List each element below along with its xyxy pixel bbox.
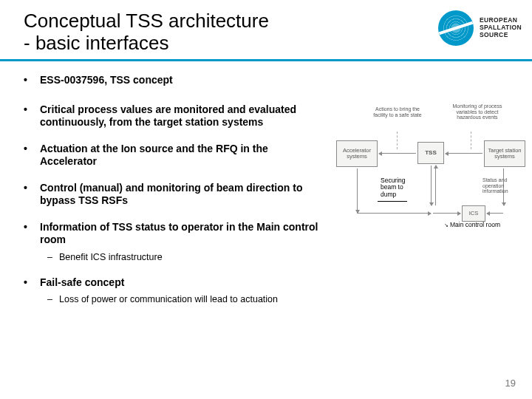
bullet-6-text: Fail-safe concept: [40, 276, 124, 288]
arrow-tss-ics-down: [431, 166, 432, 205]
label-actions: Actions to bring the facility to a safe …: [372, 106, 423, 117]
label-monitor: Monitoring of process variables to detec…: [444, 103, 511, 120]
bullet-3-text: Actuation at the Ion source and the RFQ …: [40, 143, 268, 168]
ess-logo-text: EUROPEAN SPALLATION SOURCE: [480, 17, 522, 38]
bullet-1: ESS-0037596, TSS concept: [24, 74, 327, 87]
annotation-mcr: ↘ Main control room: [444, 222, 511, 228]
bullet-5-sub: Benefit ICS infrastructure: [40, 251, 327, 263]
arrow-accel-across: [357, 213, 431, 214]
box-target: Target station systems: [484, 140, 525, 167]
arrow-target-to-ics: [487, 213, 503, 214]
bullet-5-sub-1-text: Benefit ICS infrastructure: [59, 252, 163, 262]
bullet-1-text: ESS-0037596, TSS concept: [40, 74, 173, 86]
bullet-3: Actuation at the Ion source and the RFQ …: [24, 143, 327, 168]
bullet-4: Control (manual) and monitoring of beam …: [24, 182, 327, 208]
bullet-5-text: Information of TSS status to operator in…: [40, 221, 318, 246]
bullet-list: ESS-0037596, TSS concept Critical proces…: [24, 74, 327, 306]
box-tss-label: TSS: [425, 150, 437, 157]
arrow-to-ics: [433, 213, 460, 214]
box-ics-label: ICS: [469, 211, 479, 216]
annotation-securing-beam: Securing beam to dump: [381, 177, 417, 198]
logo-text-l3: SOURCE: [480, 32, 522, 39]
architecture-diagram: Accelerator systems TSS Target station s…: [336, 103, 525, 281]
slide: Conceptual TSS architecture - basic inte…: [0, 0, 532, 399]
annotation-secure-line: [378, 201, 407, 202]
body-text: ESS-0037596, TSS concept Critical proces…: [24, 74, 327, 319]
label-status: Status and operation information: [482, 177, 525, 194]
box-tss: TSS: [417, 142, 444, 164]
bullet-5: Information of TSS status to operator in…: [24, 221, 327, 263]
bullet-2: Critical process values are monitored an…: [24, 103, 327, 129]
annotation-securing-beam-text: Securing beam to dump: [381, 177, 406, 198]
page-number: 19: [505, 378, 516, 389]
ess-logo-icon: [438, 10, 474, 46]
label-connector-2: [471, 132, 471, 149]
arrow-tss-ics-up: [435, 166, 436, 205]
bullet-4-text: Control (manual) and monitoring of beam …: [40, 182, 302, 207]
label-connector-1: [397, 132, 398, 149]
header: Conceptual TSS architecture - basic inte…: [0, 0, 532, 58]
bullet-6: Fail-safe concept Loss of power or commu…: [24, 276, 327, 306]
ess-logo: EUROPEAN SPALLATION SOURCE: [438, 10, 522, 46]
title-line-2: - basic interfaces: [24, 32, 169, 54]
title-line-1: Conceptual TSS architecture: [24, 10, 269, 32]
bullet-5-sub-1: Benefit ICS infrastructure: [40, 251, 327, 263]
annotation-mcr-text: Main control room: [450, 221, 500, 228]
box-ics: ICS: [462, 205, 485, 222]
box-accelerator-label: Accelerator systems: [339, 148, 375, 160]
arrow-accel-down: [357, 168, 358, 213]
title-underline: [0, 59, 532, 61]
bullet-6-sub-1: Loss of power or communication will lead…: [40, 293, 327, 305]
slide-title: Conceptual TSS architecture - basic inte…: [24, 10, 269, 55]
bullet-6-sub: Loss of power or communication will lead…: [40, 293, 327, 305]
arrow-target-to-tss: [446, 153, 482, 154]
box-target-label: Target station systems: [487, 148, 522, 160]
arrow-tss-to-accel: [379, 153, 416, 154]
bullet-6-sub-1-text: Loss of power or communication will lead…: [59, 294, 278, 304]
bullet-2-text: Critical process values are monitored an…: [40, 103, 296, 129]
box-accelerator: Accelerator systems: [336, 140, 378, 167]
